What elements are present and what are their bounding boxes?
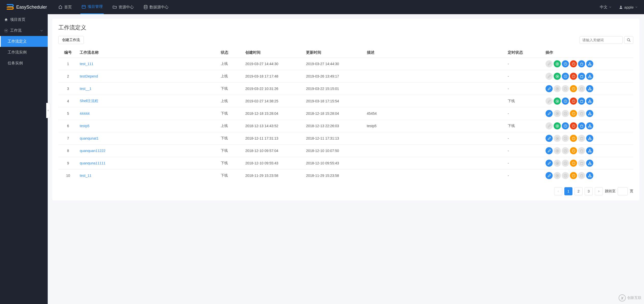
onoff-button[interactable] (570, 110, 577, 117)
jump-page-input[interactable] (618, 187, 628, 195)
onoff-button[interactable] (570, 160, 577, 167)
cell-ops (544, 58, 633, 70)
workflow-name-link[interactable]: testp5 (80, 124, 89, 128)
workflow-name-link[interactable]: test_111 (80, 62, 93, 66)
tree-button[interactable] (586, 135, 593, 142)
delete-button[interactable] (578, 98, 585, 105)
search-input[interactable] (580, 36, 623, 44)
onoff-button[interactable] (570, 98, 577, 105)
sidebar-sub-workflow-define[interactable]: 工作流定义 (0, 36, 48, 47)
language-switcher[interactable]: 中文 (600, 5, 612, 10)
cell-desc (365, 132, 506, 145)
run-button[interactable] (554, 73, 561, 80)
page-next-button[interactable] (595, 187, 603, 195)
sidebar-item-workflow[interactable]: 工作流 (0, 25, 48, 36)
onoff-button[interactable] (570, 147, 577, 154)
tree-button[interactable] (586, 60, 593, 67)
cell-sched: - (506, 169, 544, 182)
delete-button[interactable] (578, 122, 585, 129)
tree-button[interactable] (586, 73, 593, 80)
onoff-button[interactable] (570, 122, 577, 129)
workflow-name-link[interactable]: quanquan11222 (80, 149, 105, 153)
edit-button[interactable] (546, 172, 553, 179)
create-workflow-button[interactable]: 创建工作流 (58, 36, 84, 44)
run-button[interactable] (554, 122, 561, 129)
cell-sched: - (506, 132, 544, 145)
timing-button[interactable] (562, 98, 569, 105)
jump-label: 跳转至 (605, 189, 616, 194)
page-button-3[interactable]: 3 (585, 187, 593, 195)
workflow-name-link[interactable]: quanquna11111 (80, 161, 105, 165)
tree-button[interactable] (586, 85, 593, 92)
logo[interactable]: EasyScheduler (6, 4, 47, 11)
cell-desc (365, 83, 506, 95)
onoff-button[interactable] (570, 172, 577, 179)
edit-button (546, 60, 553, 67)
workflow-name-link[interactable]: test_11 (80, 174, 91, 178)
onoff-button[interactable] (570, 73, 577, 80)
timing-button[interactable] (562, 122, 569, 129)
cell-sched: - (506, 157, 544, 169)
workflow-name-link[interactable]: testDepend (80, 74, 98, 78)
delete-button[interactable] (578, 73, 585, 80)
workflow-table: 编号 工作流名称 状态 创建时间 更新时间 描述 定时状态 操作 1test_1… (58, 48, 633, 182)
row-ops (546, 172, 631, 179)
tree-button[interactable] (586, 110, 593, 117)
edit-button[interactable] (546, 135, 553, 142)
workflow-name-link[interactable]: Shell主流程 (80, 99, 98, 103)
nav-home[interactable]: 首页 (57, 0, 73, 14)
edit-button[interactable] (546, 110, 553, 117)
edit-button[interactable] (546, 147, 553, 154)
tree-button[interactable] (586, 160, 593, 167)
timing-button (562, 160, 569, 167)
sidebar-sub-task-instance[interactable]: 任务实例 (0, 58, 48, 69)
home-icon (58, 5, 63, 9)
tree-button[interactable] (586, 147, 593, 154)
cell-ops (544, 157, 633, 169)
nav-project[interactable]: 项目管理 (80, 0, 104, 14)
page-button-2[interactable]: 2 (574, 187, 583, 195)
nav-datasource[interactable]: 数据源中心 (142, 0, 170, 14)
svg-rect-18 (590, 77, 591, 78)
cell-idx: 8 (58, 145, 78, 157)
run-button[interactable] (554, 60, 561, 67)
sidebar-item-project-home[interactable]: 项目首页 (0, 14, 48, 25)
timing-button[interactable] (562, 73, 569, 80)
svg-rect-10 (588, 65, 589, 65)
delete-button (578, 160, 585, 167)
nav-resource[interactable]: 资源中心 (111, 0, 135, 14)
edit-button[interactable] (546, 160, 553, 167)
timing-button (562, 110, 569, 117)
onoff-button[interactable] (570, 135, 577, 142)
run-button[interactable] (554, 98, 561, 105)
sidebar-collapse-button[interactable] (46, 103, 50, 118)
top-right: 中文 apple (600, 5, 638, 10)
delete-button (578, 85, 585, 92)
timing-button[interactable] (562, 60, 569, 67)
page-button-1[interactable]: 1 (564, 187, 572, 195)
delete-button[interactable] (578, 60, 585, 67)
page-prev-button[interactable] (554, 187, 562, 195)
cell-status: 上线 (219, 58, 243, 70)
tree-button[interactable] (586, 172, 593, 179)
workflow-name-link[interactable]: test__1 (80, 87, 91, 91)
tree-button[interactable] (586, 122, 593, 129)
search-button[interactable] (624, 36, 633, 44)
onoff-button[interactable] (570, 85, 577, 92)
row-ops (546, 160, 631, 167)
edit-button[interactable] (546, 85, 553, 92)
svg-rect-65 (589, 162, 590, 162)
cell-ops (544, 70, 633, 83)
user-menu[interactable]: apple (619, 5, 638, 9)
onoff-button[interactable] (570, 60, 577, 67)
tree-button[interactable] (586, 98, 593, 105)
cell-status: 下线 (219, 107, 243, 120)
workflow-name-link[interactable]: 44444 (80, 111, 90, 116)
svg-rect-67 (590, 164, 591, 165)
sidebar-sub-workflow-instance[interactable]: 工作流实例 (0, 47, 48, 58)
svg-rect-50 (581, 138, 583, 140)
workflow-name-link[interactable]: quanqunat1 (80, 136, 98, 140)
cell-name: test__1 (78, 83, 218, 95)
cell-name: testp5 (78, 120, 218, 132)
cell-ops (544, 120, 633, 132)
